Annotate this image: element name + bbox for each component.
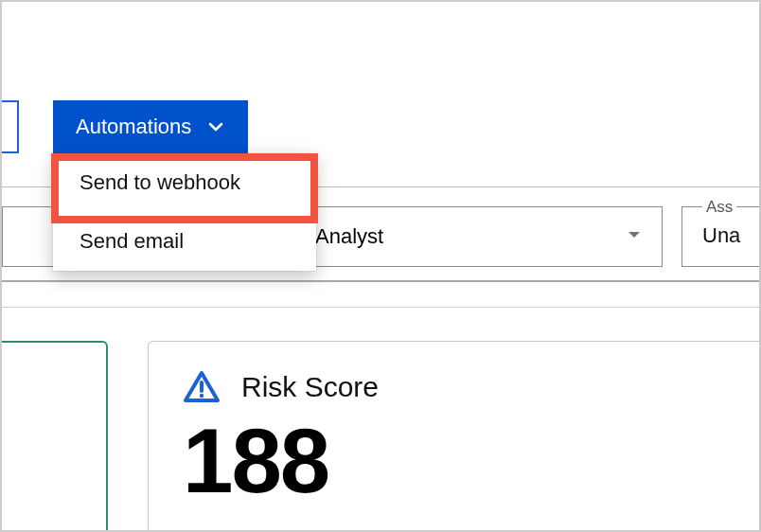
left-panel-card xyxy=(2,341,108,532)
assign-field-value: Una xyxy=(702,223,740,248)
svg-point-1 xyxy=(200,394,204,398)
automations-label: Automations xyxy=(76,115,191,139)
dropdown-item-label: Send to webhook xyxy=(80,170,240,194)
risk-score-value: 188 xyxy=(183,425,725,498)
chevron-down-icon xyxy=(206,117,225,136)
automations-button[interactable]: Automations xyxy=(53,100,248,153)
dropdown-item-send-webhook[interactable]: Send to webhook xyxy=(53,153,316,212)
warning-triangle-icon xyxy=(183,368,221,406)
risk-header: Risk Score xyxy=(183,368,725,406)
dropdown-item-send-email[interactable]: Send email xyxy=(53,212,316,271)
caret-down-icon xyxy=(626,226,643,247)
partial-button-left[interactable] xyxy=(2,100,19,153)
risk-score-card: Risk Score 188 xyxy=(148,341,759,532)
dropdown-item-label: Send email xyxy=(80,229,184,253)
assign-field-label: Ass xyxy=(702,198,736,217)
risk-score-title: Risk Score xyxy=(241,371,379,403)
automations-dropdown: Send to webhook Send email xyxy=(53,153,316,271)
